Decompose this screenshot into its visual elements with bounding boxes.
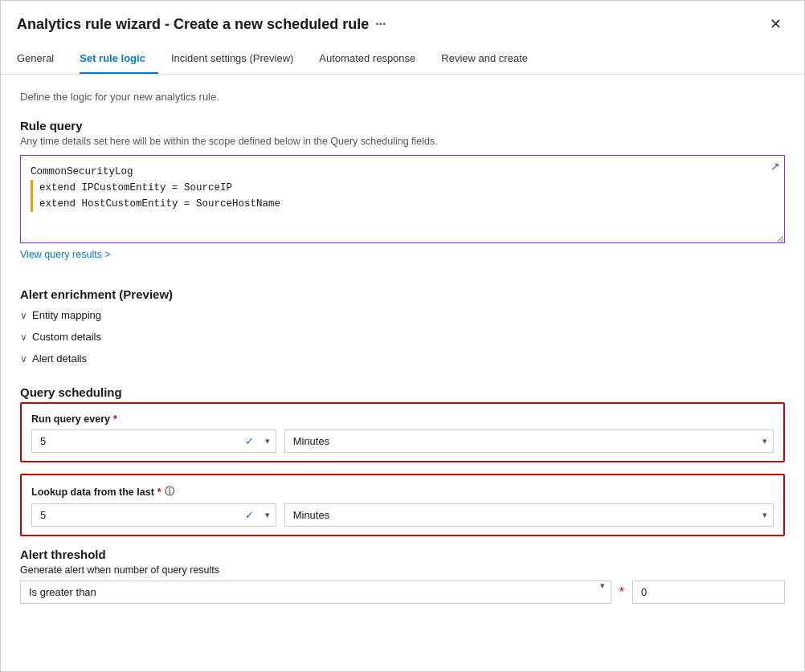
tab-set-rule-logic[interactable]: Set rule logic: [80, 44, 158, 74]
tab-general[interactable]: General: [17, 44, 67, 74]
threshold-description: Generate alert when number of query resu…: [20, 564, 785, 576]
query-bar-1: [31, 180, 33, 196]
tab-incident-settings[interactable]: Incident settings (Preview): [171, 44, 306, 74]
custom-details-arrow: ∨: [20, 332, 27, 343]
entity-mapping-arrow: ∨: [20, 310, 27, 321]
threshold-operator-wrapper: Is greater than Is less than Is equal to…: [20, 580, 611, 604]
dialog-header: Analytics rule wizard - Create a new sch…: [1, 1, 804, 35]
query-line-3: extend HostCustomEntity = SourceHostName: [31, 196, 774, 212]
query-box-wrapper: ↗ CommonSecurityLog extend IPCustomEntit…: [20, 155, 785, 243]
run-query-field-row: 5 10 15 30 ✓ ▾ Minutes Hours Days: [31, 430, 774, 453]
lookup-data-label: Lookup data from the last * ⓘ: [31, 485, 774, 499]
run-query-value-wrapper: 5 10 15 30 ✓ ▾: [31, 430, 276, 453]
rule-query-description: Any time details set here will be within…: [20, 136, 785, 147]
lookup-data-unit-wrapper: Minutes Hours Days ▾: [284, 503, 774, 527]
query-bar-2: [31, 196, 33, 212]
alert-details-row[interactable]: ∨ Alert details: [20, 348, 785, 369]
title-text: Analytics rule wizard - Create a new sch…: [17, 16, 369, 33]
entity-mapping-row[interactable]: ∨ Entity mapping: [20, 304, 785, 326]
expand-icon[interactable]: ↗: [770, 160, 780, 173]
lookup-data-required-star: *: [157, 487, 161, 498]
alert-threshold-title: Alert threshold: [20, 548, 785, 561]
close-icon: ✕: [770, 16, 782, 32]
query-text-1: CommonSecurityLog: [31, 164, 133, 180]
alert-details-label: Alert details: [32, 352, 87, 365]
query-text-2: extend IPCustomEntity = SourceIP: [39, 180, 232, 196]
close-button[interactable]: ✕: [763, 14, 788, 35]
lookup-data-field-group: Lookup data from the last * ⓘ 5 10 15 30…: [20, 474, 785, 536]
run-query-required-star: *: [113, 413, 117, 425]
threshold-operator-select[interactable]: Is greater than Is less than Is equal to: [20, 580, 611, 604]
analytics-rule-wizard-dialog: Analytics rule wizard - Create a new sch…: [0, 0, 805, 672]
run-query-label: Run query every *: [31, 413, 774, 425]
alert-enrichment-title: Alert enrichment (Preview): [20, 287, 785, 301]
tab-automated-response[interactable]: Automated response: [319, 44, 428, 74]
lookup-data-unit-select[interactable]: Minutes Hours Days: [284, 503, 774, 527]
threshold-value-group: *: [619, 580, 785, 604]
threshold-row: Is greater than Is less than Is equal to…: [20, 580, 785, 604]
threshold-input-wrapper: [632, 580, 785, 604]
query-editor[interactable]: CommonSecurityLog extend IPCustomEntity …: [20, 155, 785, 243]
dialog-title: Analytics rule wizard - Create a new sch…: [17, 16, 386, 33]
ellipsis-menu[interactable]: ···: [375, 17, 386, 31]
lookup-data-info-icon: ⓘ: [165, 485, 174, 499]
rule-query-title: Rule query: [20, 119, 785, 132]
threshold-value-input[interactable]: [632, 580, 785, 604]
tab-review-create[interactable]: Review and create: [441, 44, 541, 74]
alert-enrichment-section: Alert enrichment (Preview) ∨ Entity mapp…: [20, 287, 785, 369]
tab-bar: General Set rule logic Incident settings…: [1, 44, 804, 75]
lookup-data-value-wrapper: 5 10 15 30 ✓ ▾: [31, 503, 276, 527]
run-query-value-select[interactable]: 5 10 15 30: [31, 430, 276, 453]
custom-details-label: Custom details: [32, 331, 101, 343]
custom-details-row[interactable]: ∨ Custom details: [20, 326, 785, 348]
run-query-unit-select[interactable]: Minutes Hours Days: [284, 430, 774, 453]
run-query-unit-wrapper: Minutes Hours Days ▾: [284, 430, 774, 453]
query-scheduling-section: Query scheduling Run query every * 5 10 …: [20, 385, 785, 536]
rule-query-section: Rule query Any time details set here wil…: [20, 119, 785, 279]
lookup-data-value-select[interactable]: 5 10 15 30: [31, 503, 276, 527]
lookup-data-field-row: 5 10 15 30 ✓ ▾ Minutes Hours Days: [31, 503, 774, 527]
query-line-2: extend IPCustomEntity = SourceIP: [31, 180, 774, 196]
entity-mapping-label: Entity mapping: [32, 309, 101, 321]
page-subtitle: Define the logic for your new analytics …: [20, 91, 785, 103]
run-query-field-group: Run query every * 5 10 15 30 ✓ ▾: [20, 402, 785, 462]
threshold-required-star: *: [619, 585, 624, 600]
query-scheduling-title: Query scheduling: [20, 385, 785, 399]
view-query-results-link[interactable]: View query results >: [20, 249, 111, 260]
main-content: Define the logic for your new analytics …: [1, 75, 804, 671]
alert-details-arrow: ∨: [20, 353, 27, 365]
query-text-3: extend HostCustomEntity = SourceHostName: [39, 196, 280, 212]
query-line-1: CommonSecurityLog: [31, 164, 774, 180]
alert-threshold-section: Alert threshold Generate alert when numb…: [20, 548, 785, 604]
